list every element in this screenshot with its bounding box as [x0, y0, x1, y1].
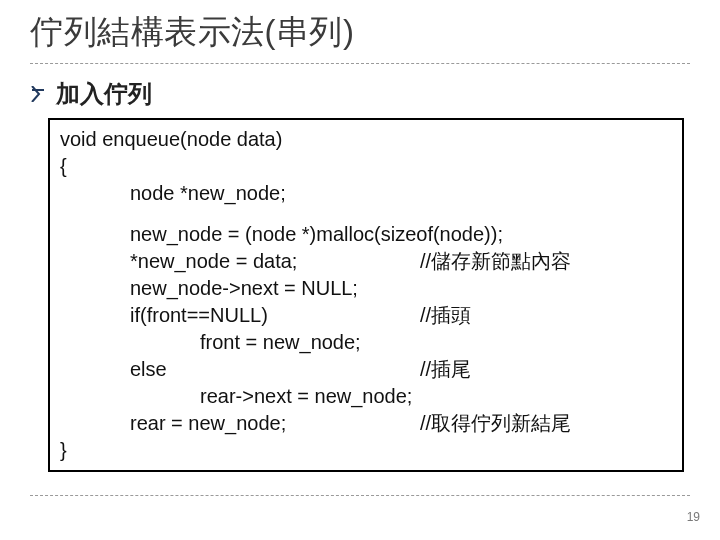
code-text: *new_node = data;: [130, 248, 420, 275]
subtitle-row: 加入佇列: [30, 78, 690, 110]
code-line: void enqueue(node data): [60, 126, 672, 153]
code-line: front = new_node;: [60, 329, 672, 356]
code-comment: //儲存新節點內容: [420, 248, 571, 275]
code-comment: //插頭: [420, 302, 471, 329]
subtitle-text: 加入佇列: [56, 78, 152, 110]
code-comment: //插尾: [420, 356, 471, 383]
code-line: {: [60, 153, 672, 180]
code-line: rear = new_node; //取得佇列新結尾: [60, 410, 672, 437]
code-line: new_node->next = NULL;: [60, 275, 672, 302]
code-line: new_node = (node *)malloc(sizeof(node));: [60, 221, 672, 248]
code-line: node *new_node;: [60, 180, 672, 207]
code-text: rear = new_node;: [130, 410, 420, 437]
code-line: [60, 207, 672, 221]
code-line: if(front==NULL) //插頭: [60, 302, 672, 329]
page-number: 19: [687, 510, 700, 524]
code-line: *new_node = data; //儲存新節點內容: [60, 248, 672, 275]
code-text: else: [130, 356, 420, 383]
code-box: void enqueue(node data) { node *new_node…: [48, 118, 684, 472]
code-line: rear->next = new_node;: [60, 383, 672, 410]
slide: 佇列結構表示法(串列) 加入佇列 void enqueue(node data)…: [0, 0, 720, 540]
code-text: if(front==NULL): [130, 302, 420, 329]
slide-title: 佇列結構表示法(串列): [30, 10, 690, 64]
divider-bottom: [30, 495, 690, 496]
bullet-icon: [30, 86, 46, 102]
code-line: }: [60, 437, 672, 464]
code-line: else //插尾: [60, 356, 672, 383]
code-comment: //取得佇列新結尾: [420, 410, 571, 437]
